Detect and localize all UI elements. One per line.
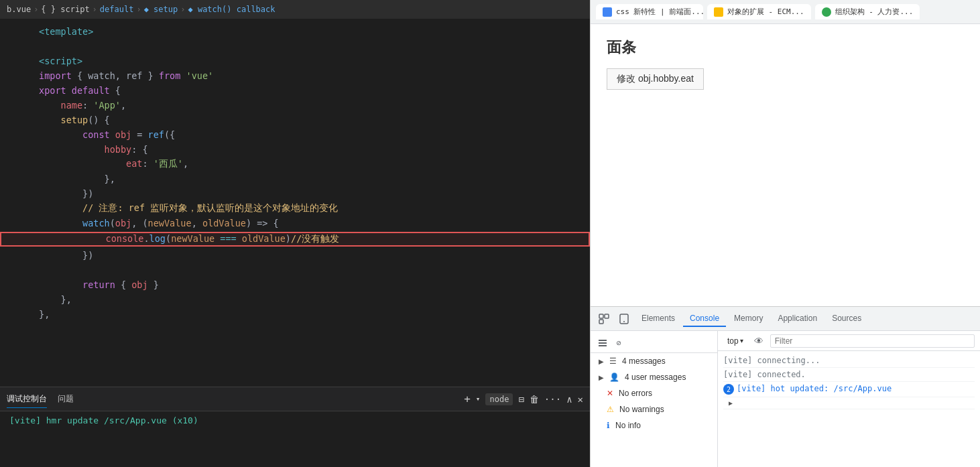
trash-icon[interactable]: 🗑	[530, 394, 539, 405]
log-entry: [vite] connecting...	[723, 354, 975, 368]
split-icon[interactable]: ⊟	[518, 394, 524, 405]
log-text: [vite] connecting...	[723, 356, 820, 365]
dropdown-arrow: ▾	[740, 337, 743, 344]
sidebar-label-warnings: No warnings	[619, 405, 664, 414]
code-line: return { obj }	[0, 277, 590, 292]
devtools: Elements Console Memory Application Sour…	[591, 306, 980, 467]
dropdown-arrow-icon[interactable]: ▾	[476, 395, 481, 403]
console-toolbar: top ▾ 👁	[718, 331, 980, 351]
breadcrumb-part: ◆ watch() callback	[188, 5, 275, 14]
svg-rect-7	[599, 345, 607, 346]
code-line: },	[0, 292, 590, 307]
tab-elements[interactable]: Elements	[635, 311, 682, 327]
console-log-area: [vite] connecting... [vite] connected. 2…	[718, 351, 980, 467]
browser-panel: css 新特性 | 前端面... 对象的扩展 - ECM... 组织架构 - 人…	[590, 0, 980, 467]
tab-icon-2	[714, 7, 723, 17]
breadcrumb-sep: ›	[180, 5, 185, 14]
tab-problems[interactable]: 问题	[58, 391, 74, 407]
browser-tab-2[interactable]: 对象的扩展 - ECM...	[707, 4, 811, 19]
svg-rect-5	[599, 340, 607, 341]
code-line: },	[0, 307, 590, 322]
bottom-content: [vite] hmr update /src/App.vue (x10)	[0, 411, 590, 429]
log-entry: [vite] connected.	[723, 368, 975, 382]
log-text: [vite] connected.	[723, 370, 806, 379]
sidebar-item-errors[interactable]: ✕ No errors	[591, 385, 717, 401]
svg-rect-6	[599, 342, 607, 344]
code-line: import { watch, ref } from 'vue'	[0, 68, 590, 83]
sidebar-label-info: No info	[615, 421, 641, 430]
eye-icon[interactable]: 👁	[751, 334, 766, 348]
code-line: <template>	[0, 24, 590, 39]
log-badge: 2	[723, 384, 734, 395]
sidebar-ban-icon[interactable]: ⊘	[612, 336, 625, 350]
warning-icon: ⚠	[607, 405, 614, 414]
info-icon: ℹ	[607, 421, 610, 430]
devtools-body: ⊘ ▶ ☰ 4 messages ▶ 👤 4 user messages ✕	[591, 331, 980, 467]
node-label: node	[485, 393, 513, 405]
modify-button[interactable]: 修改 obj.hobby.eat	[607, 68, 704, 90]
log-entry-hot: 2 [vite] hot updated: /src/App.vue	[723, 382, 975, 397]
sidebar-item-user-messages[interactable]: ▶ 👤 4 user messages	[591, 369, 717, 385]
bottom-panel: 调试控制台 问题 + ▾ node ⊟ 🗑 ··· ∧ ✕ [vite] hmr…	[0, 387, 590, 467]
add-icon[interactable]: +	[464, 393, 471, 405]
list-icon: ☰	[609, 356, 617, 366]
breadcrumb-part: { } script	[41, 5, 89, 14]
browser-tab-1[interactable]: css 新特性 | 前端面...	[596, 4, 703, 19]
tab-application[interactable]: Application	[771, 311, 824, 327]
sidebar-item-warnings[interactable]: ⚠ No warnings	[591, 401, 717, 417]
breadcrumb: b.vue › { } script › default › ◆ setup ›…	[0, 0, 590, 19]
more-icon[interactable]: ···	[544, 394, 561, 405]
user-icon: 👤	[609, 373, 619, 382]
tab-debug-console[interactable]: 调试控制台	[7, 391, 47, 408]
sidebar-label-errors: No errors	[619, 389, 652, 398]
svg-rect-2	[599, 320, 603, 324]
code-line	[0, 263, 590, 277]
expand-up-icon[interactable]: ∧	[566, 394, 572, 405]
log-text: [vite] hmr update /src/App.vue (x10)	[9, 415, 198, 425]
log-entry-expand[interactable]: ▶	[723, 397, 975, 409]
code-line: const obj = ref({	[0, 127, 590, 142]
svg-rect-1	[605, 314, 609, 318]
tab-memory[interactable]: Memory	[727, 311, 770, 327]
code-line: watch(obj, (newValue, oldValue) => {	[0, 216, 590, 230]
code-line-highlighted: console.log(newValue === oldValue)//没有触发	[0, 232, 590, 247]
breadcrumb-sep: ›	[136, 5, 141, 14]
tab-sources[interactable]: Sources	[825, 311, 868, 327]
page-title: 面条	[607, 38, 964, 58]
expand-arrow[interactable]: ▶	[729, 399, 733, 407]
device-icon[interactable]	[615, 310, 633, 328]
expand-icon: ▶	[599, 358, 604, 365]
tab-icon-1	[603, 7, 612, 17]
sidebar-label-user-messages: 4 user messages	[625, 373, 686, 382]
code-line: eat: '西瓜',	[0, 157, 590, 172]
tab-console[interactable]: Console	[683, 311, 726, 327]
error-icon: ✕	[607, 389, 613, 398]
browser-tab-3[interactable]: 组织架构 - 人力资...	[815, 4, 920, 19]
filter-input[interactable]	[770, 334, 975, 348]
browser-page-content: 面条 修改 obj.hobby.eat	[591, 24, 980, 306]
editor-panel: b.vue › { } script › default › ◆ setup ›…	[0, 0, 590, 467]
inspect-icon[interactable]	[595, 310, 613, 328]
expand-icon: ▶	[599, 374, 604, 381]
top-context-dropdown[interactable]: top ▾	[723, 335, 747, 347]
sidebar-item-messages[interactable]: ▶ ☰ 4 messages	[591, 353, 717, 369]
sidebar-label-messages: 4 messages	[622, 356, 666, 366]
code-line: setup() {	[0, 113, 590, 127]
code-line: <script>	[0, 54, 590, 68]
code-line: xport default {	[0, 83, 590, 98]
sidebar-item-info[interactable]: ℹ No info	[591, 417, 717, 433]
sidebar-collapse-icon[interactable]	[596, 336, 609, 350]
code-line: hobby: {	[0, 142, 590, 157]
code-line: name: 'App',	[0, 98, 590, 113]
console-sidebar: ⊘ ▶ ☰ 4 messages ▶ 👤 4 user messages ✕	[591, 331, 718, 467]
top-label: top	[727, 336, 739, 346]
browser-tabs-bar: css 新特性 | 前端面... 对象的扩展 - ECM... 组织架构 - 人…	[591, 0, 980, 24]
log-text: [vite] hot updated: /src/App.vue	[737, 384, 892, 393]
devtools-tabs-bar: Elements Console Memory Application Sour…	[591, 307, 980, 331]
breadcrumb-sep: ›	[34, 5, 38, 14]
code-line: // 注意: ref 监听对象，默认监听的是这个对象地址的变化	[0, 201, 590, 216]
console-main: top ▾ 👁 [vite] connecting... [vite] conn…	[718, 331, 980, 467]
svg-rect-0	[599, 314, 603, 318]
tab-label-2: 对象的扩展 - ECM...	[727, 7, 804, 17]
close-icon[interactable]: ✕	[578, 394, 583, 405]
